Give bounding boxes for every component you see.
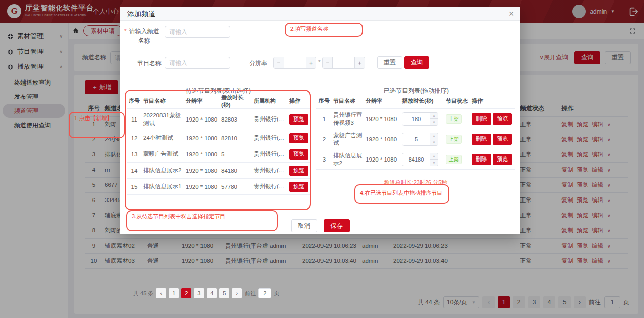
preview-button[interactable]: 预览: [493, 134, 512, 145]
plus-icon[interactable]: ＋: [306, 57, 316, 68]
resolution-times-mark: *: [318, 59, 321, 66]
channel-name-label: *请输入频道 名称: [124, 27, 163, 45]
cell-name: 蒙毅广告测试: [332, 131, 364, 148]
minus-icon[interactable]: −: [274, 57, 284, 68]
app-root: G 厅堂智能化软件平台 HALL INTELLIGENT SOFTWARE PL…: [0, 0, 644, 318]
caret-down-icon[interactable]: ∨: [430, 160, 438, 166]
status-badge: 上架: [446, 155, 462, 164]
caret-up-icon[interactable]: ∧: [430, 133, 438, 140]
annotation-step2: 2.填写频道名称: [285, 23, 363, 37]
caret-down-icon[interactable]: ∨: [430, 139, 438, 145]
modal-header: 添加频道 ✕: [120, 7, 520, 21]
cell-name: 排队信息展示2: [332, 151, 364, 168]
status-badge: 上架: [446, 114, 462, 124]
cell-res: 1920 * 1080: [364, 115, 400, 123]
page-button-2[interactable]: 2: [181, 288, 191, 298]
resolution-width-stepper[interactable]: − ＋: [273, 57, 316, 69]
preview-button[interactable]: 预览: [493, 113, 512, 125]
selected-row[interactable]: 3 排队信息展示2 1920 * 1080 ∧∨ 上架 删除 预览: [316, 149, 515, 170]
plus-icon[interactable]: ＋: [354, 57, 365, 68]
resolution-label: 分辨率: [239, 59, 267, 68]
candidate-table-pagination: 共 45 条 ‹ 1 2 3 4 5 › 前往 页: [133, 288, 279, 298]
cell-res: 1920 * 1080: [364, 135, 400, 143]
page-button-5[interactable]: 5: [219, 288, 229, 298]
duration-stepper[interactable]: ∧∨: [402, 153, 438, 166]
duration-input[interactable]: [402, 133, 430, 145]
page-button-1[interactable]: 1: [169, 288, 179, 298]
total-count: 共 45 条: [133, 290, 153, 297]
caret-up-icon[interactable]: ∧: [430, 113, 438, 120]
caret-up-icon[interactable]: ∧: [430, 153, 438, 160]
cell-name: 贵州银行宣传视频3: [332, 110, 364, 128]
duration-stepper[interactable]: ∧∨: [402, 112, 438, 126]
page-button-4[interactable]: 4: [207, 288, 217, 298]
required-mark: *: [124, 28, 127, 35]
duration-stepper[interactable]: ∧∨: [402, 133, 438, 146]
annotation-step3: 3.从待选节目列表中双击选择指定节目: [126, 210, 278, 231]
program-name-label: 节目名称: [124, 59, 162, 68]
annotation-step1: 1.点击【新增】: [69, 112, 125, 138]
selected-row[interactable]: 1 贵州银行宣传视频3 1920 * 1080 ∧∨ 上架 删除 预览: [316, 109, 515, 129]
next-page-icon[interactable]: ›: [232, 288, 242, 298]
modal-program-name-input[interactable]: [165, 57, 230, 69]
minus-icon[interactable]: −: [323, 57, 333, 68]
delete-button[interactable]: 删除: [472, 113, 491, 125]
cell-seq: 2: [316, 135, 332, 143]
modal-search-button[interactable]: 查询: [404, 56, 429, 69]
cancel-button[interactable]: 取消: [291, 219, 317, 232]
selected-program-table: 序号 节目名称 分辨率 播放时长(秒) 节目状态 操作 1 贵州银行宣传视频3 …: [316, 94, 515, 170]
goto-label: 前往: [245, 290, 256, 297]
delete-button[interactable]: 删除: [472, 134, 491, 145]
status-badge: 上架: [446, 135, 462, 144]
modal-title: 添加频道: [127, 7, 155, 21]
cell-res: 1920 * 1080: [364, 155, 400, 164]
caret-down-icon[interactable]: ∨: [430, 119, 438, 125]
cell-seq: 3: [316, 155, 332, 164]
save-button[interactable]: 保存: [324, 219, 350, 232]
divider: [317, 91, 379, 91]
divider: [454, 91, 515, 91]
annotation-step4: 4.在已选节目列表中拖动排序节目: [354, 184, 449, 204]
modal-channel-name-input[interactable]: [165, 26, 230, 38]
page-button-3[interactable]: 3: [194, 288, 204, 298]
table-header-row: 序号 节目名称 分辨率 播放时长(秒) 节目状态 操作: [316, 94, 515, 109]
close-icon[interactable]: ✕: [508, 7, 514, 21]
delete-button[interactable]: 删除: [472, 154, 491, 165]
resolution-height-stepper[interactable]: − ＋: [322, 57, 365, 69]
modal-reset-button[interactable]: 重置: [377, 56, 402, 69]
preview-button[interactable]: 预览: [493, 154, 512, 165]
cell-seq: 1: [316, 115, 332, 123]
page-unit-label: 页: [274, 290, 279, 297]
duration-input[interactable]: [402, 113, 430, 125]
selected-row[interactable]: 2 蒙毅广告测试 1920 * 1080 ∧∨ 上架 删除 预览: [316, 129, 515, 149]
duration-input[interactable]: [402, 153, 430, 166]
prev-page-icon[interactable]: ‹: [156, 288, 166, 298]
annotation-candidate-table-box: [125, 90, 311, 210]
goto-page-input[interactable]: [258, 288, 271, 298]
